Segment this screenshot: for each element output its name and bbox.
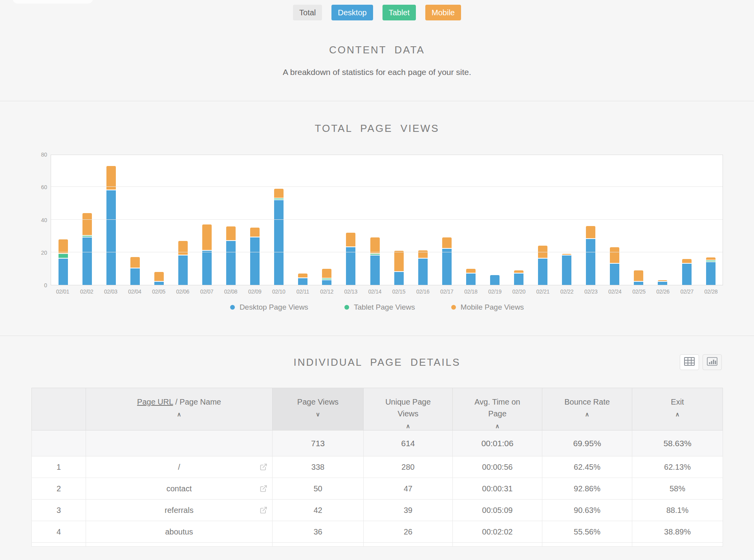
avg-time-cell: 00:02:02 xyxy=(453,521,542,543)
bar-segment xyxy=(346,247,355,285)
partial-cell xyxy=(86,543,273,547)
bar-segment xyxy=(274,189,284,199)
bar-segment xyxy=(106,190,116,285)
rank-cell: 1 xyxy=(32,456,86,478)
stacked-bar xyxy=(202,224,212,285)
x-tick-label: 02/27 xyxy=(675,288,699,295)
stacked-bar xyxy=(706,257,716,285)
bar-02-26 xyxy=(651,155,675,285)
x-tick-label: 02/07 xyxy=(195,288,219,295)
column-header-page[interactable]: Page URL / Page Name∧ xyxy=(86,388,273,430)
exit-cell: 38.89% xyxy=(632,521,723,543)
bar-02-18 xyxy=(459,155,483,285)
stacked-bar xyxy=(274,189,284,285)
bars-container xyxy=(51,155,723,285)
bar-segment xyxy=(250,237,260,285)
external-link-icon[interactable] xyxy=(260,485,267,493)
table-view-button[interactable] xyxy=(680,354,699,370)
table-header-row: Page URL / Page Name∧Page Views∨Unique P… xyxy=(32,388,723,430)
summary-cell: 58.63% xyxy=(632,430,723,456)
view-toggle-group xyxy=(680,354,722,370)
x-tick-label: 02/13 xyxy=(339,288,363,295)
external-link-icon[interactable] xyxy=(260,506,267,514)
partial-cell xyxy=(32,543,86,547)
page-name[interactable]: referrals xyxy=(165,506,193,514)
details-title: INDIVIDUAL PAGE DETAILS xyxy=(0,356,754,368)
bar-02-03 xyxy=(99,155,123,285)
page-title: CONTENT DATA xyxy=(0,44,754,56)
legend-dot-icon xyxy=(344,305,349,310)
bar-segment xyxy=(274,200,284,285)
summary-cell xyxy=(32,430,86,456)
summary-cell: 614 xyxy=(364,430,453,456)
stacked-bar xyxy=(59,239,68,285)
top-left-artifact xyxy=(13,0,93,4)
column-header-page_views[interactable]: Page Views∨ xyxy=(273,388,364,430)
sort-asc-icon: ∧ xyxy=(364,423,452,430)
legend-dot-icon xyxy=(230,305,235,310)
bar-segment xyxy=(562,255,571,285)
legend-label: Tablet Page Views xyxy=(354,303,415,312)
legend-dot-icon xyxy=(451,305,456,310)
page-details-table: Page URL / Page Name∧Page Views∨Unique P… xyxy=(31,388,723,547)
bar-segment xyxy=(682,264,692,285)
column-label: Unique Page xyxy=(364,396,452,408)
filter-total-button[interactable]: Total xyxy=(293,5,322,20)
page-name[interactable]: aboutus xyxy=(165,527,193,536)
legend-item-desktop[interactable]: Desktop Page Views xyxy=(230,303,308,312)
bar-segment xyxy=(154,272,164,282)
page-cell: contact xyxy=(86,478,273,500)
gridline xyxy=(51,219,723,220)
y-tick-label: 0 xyxy=(0,282,47,289)
bar-segment xyxy=(82,213,92,236)
bar-segment xyxy=(586,226,595,239)
bounce-rate-cell: 92.86% xyxy=(542,478,632,500)
legend-item-tablet[interactable]: Tablet Page Views xyxy=(344,303,415,312)
column-header-avg_time_on_page[interactable]: Avg. Time onPage∧ xyxy=(453,388,542,430)
bar-02-02 xyxy=(75,155,99,285)
stacked-bar xyxy=(442,237,452,285)
external-link-icon[interactable] xyxy=(260,463,267,471)
table-body: 71361400:01:0669.95%58.63% 1/33828000:00… xyxy=(32,430,723,547)
page-url-label[interactable]: Page URL xyxy=(137,398,173,406)
page-views-cell: 338 xyxy=(273,456,364,478)
bar-02-01 xyxy=(51,155,75,285)
filter-desktop-button[interactable]: Desktop xyxy=(331,5,373,20)
page-name[interactable]: contact xyxy=(167,484,192,493)
bar-segment xyxy=(130,268,140,285)
device-filter-group: TotalDesktopTabletMobile xyxy=(0,5,754,20)
legend-item-mobile[interactable]: Mobile Page Views xyxy=(451,303,524,312)
section-divider-2 xyxy=(0,336,754,336)
partial-cell xyxy=(273,543,364,547)
column-label: Bounce Rate xyxy=(542,396,632,408)
bar-segment xyxy=(466,274,476,285)
bounce-rate-cell: 62.45% xyxy=(542,456,632,478)
x-tick-label: 02/23 xyxy=(579,288,603,295)
bar-02-15 xyxy=(387,155,411,285)
stacked-bar xyxy=(106,166,116,285)
bounce-rate-cell: 55.56% xyxy=(542,521,632,543)
column-header-exit[interactable]: Exit∧ xyxy=(632,388,723,430)
column-header-unique_page_views[interactable]: Unique PageViews∧ xyxy=(364,388,453,430)
unique-views-cell: 39 xyxy=(364,500,453,521)
column-header-bounce_rate[interactable]: Bounce Rate∧ xyxy=(542,388,632,430)
filter-mobile-button[interactable]: Mobile xyxy=(425,5,461,20)
stacked-bar xyxy=(490,275,500,285)
x-tick-label: 02/19 xyxy=(483,288,507,295)
chart-legend: Desktop Page ViewsTablet Page ViewsMobil… xyxy=(0,303,754,312)
stacked-bar xyxy=(250,228,260,285)
column-label: Avg. Time on xyxy=(453,396,542,408)
bar-segment xyxy=(250,228,260,237)
page-name[interactable]: / xyxy=(178,463,180,471)
bar-02-05 xyxy=(147,155,171,285)
bar-segment xyxy=(442,237,452,249)
bar-segment xyxy=(514,270,523,274)
bar-segment xyxy=(706,257,716,261)
summary-cell xyxy=(86,430,273,456)
chart-view-button[interactable] xyxy=(703,354,722,370)
bar-segment xyxy=(59,254,68,259)
stacked-bar xyxy=(514,270,523,285)
stacked-bar xyxy=(610,247,619,285)
x-tick-label: 02/02 xyxy=(75,288,99,295)
filter-tablet-button[interactable]: Tablet xyxy=(382,5,416,20)
